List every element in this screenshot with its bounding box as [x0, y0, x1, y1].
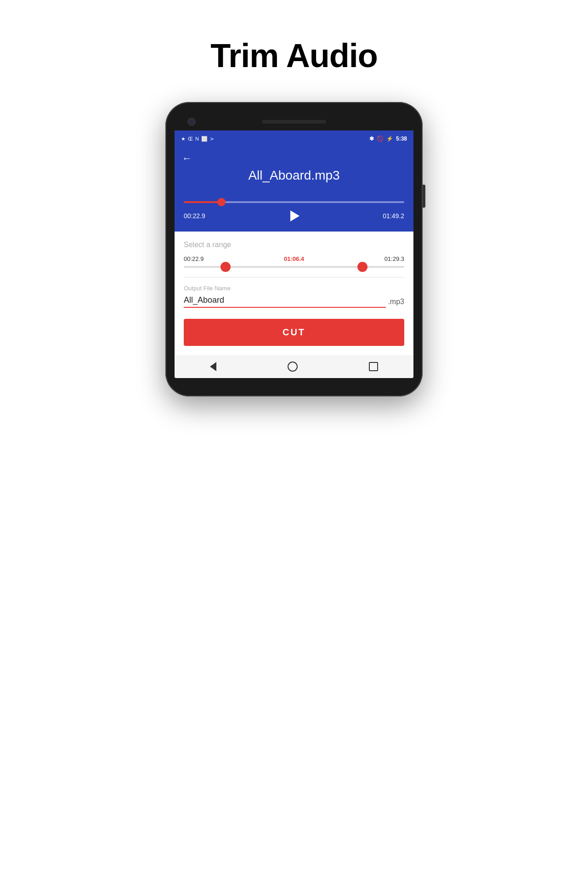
bluetooth-icon: ✱: [369, 136, 374, 142]
range-fill: [226, 266, 362, 268]
status-bar: ★ Œ N ⬜ ≻ ✱ 🚫 ⚡ 5:38: [175, 130, 413, 147]
cut-button[interactable]: CUT: [184, 319, 404, 346]
status-icons-left: ★ Œ N ⬜ ≻: [181, 136, 214, 142]
nav-back-icon: [210, 362, 216, 371]
range-times: 00:22.9 01:06.4 01:29.3: [184, 255, 404, 262]
phone-sensor: [392, 118, 401, 126]
status-icon-2: Œ: [188, 136, 193, 141]
app-header: ← All_Aboard.mp3: [175, 147, 413, 198]
playback-section: 00:22.9 01:49.2: [175, 198, 413, 232]
output-filename-row: .mp3: [184, 295, 404, 308]
playback-thumb[interactable]: [217, 198, 226, 206]
range-center-time: 01:06.4: [284, 255, 304, 262]
status-icon-3: N: [195, 136, 199, 141]
filename-input[interactable]: [184, 295, 386, 308]
range-thumb-left[interactable]: [220, 262, 231, 272]
side-button: [423, 185, 425, 208]
front-camera: [187, 118, 196, 126]
status-icon-5: ≻: [210, 136, 214, 142]
phone-bottom-bar: [175, 378, 413, 387]
playback-times: 00:22.9 01:49.2: [184, 208, 404, 224]
phone-frame: ★ Œ N ⬜ ≻ ✱ 🚫 ⚡ 5:38 ← All_Aboard.mp3: [165, 102, 423, 396]
status-icon-1: ★: [181, 136, 186, 142]
content-area: Select a range 00:22.9 01:06.4 01:29.3 O…: [175, 232, 413, 355]
playback-progress: [184, 201, 221, 203]
playback-track[interactable]: [184, 201, 404, 203]
status-time: 5:38: [396, 136, 407, 142]
phone-screen: ★ Œ N ⬜ ≻ ✱ 🚫 ⚡ 5:38 ← All_Aboard.mp3: [175, 130, 413, 378]
nav-home-icon: [288, 362, 298, 372]
total-time: 01:49.2: [383, 212, 404, 220]
phone-top-bar: [175, 111, 413, 130]
signal-icon: 🚫: [377, 136, 384, 142]
range-start-time: 00:22.9: [184, 255, 204, 262]
select-range-label: Select a range: [184, 241, 404, 249]
current-time: 00:22.9: [184, 212, 205, 220]
nav-back-button[interactable]: [210, 362, 216, 371]
output-file-label: Output File Name: [184, 285, 404, 292]
page-title: Trim Audio: [210, 37, 377, 74]
range-thumb-right[interactable]: [357, 262, 368, 272]
divider: [184, 277, 404, 277]
status-right: ✱ 🚫 ⚡ 5:38: [369, 136, 407, 142]
file-title: All_Aboard.mp3: [182, 168, 406, 187]
nav-home-button[interactable]: [288, 362, 298, 372]
play-button[interactable]: [286, 208, 302, 224]
battery-icon: ⚡: [386, 136, 393, 142]
range-end-time: 01:29.3: [384, 255, 404, 262]
phone-nav: [175, 355, 413, 378]
nav-recent-icon: [369, 362, 378, 371]
play-icon: [290, 210, 300, 221]
status-icon-4: ⬜: [201, 136, 208, 142]
filename-extension: .mp3: [388, 298, 404, 308]
phone-speaker: [262, 120, 326, 124]
back-button[interactable]: ←: [182, 153, 192, 164]
nav-recent-button[interactable]: [369, 362, 378, 371]
range-track[interactable]: [184, 266, 404, 268]
